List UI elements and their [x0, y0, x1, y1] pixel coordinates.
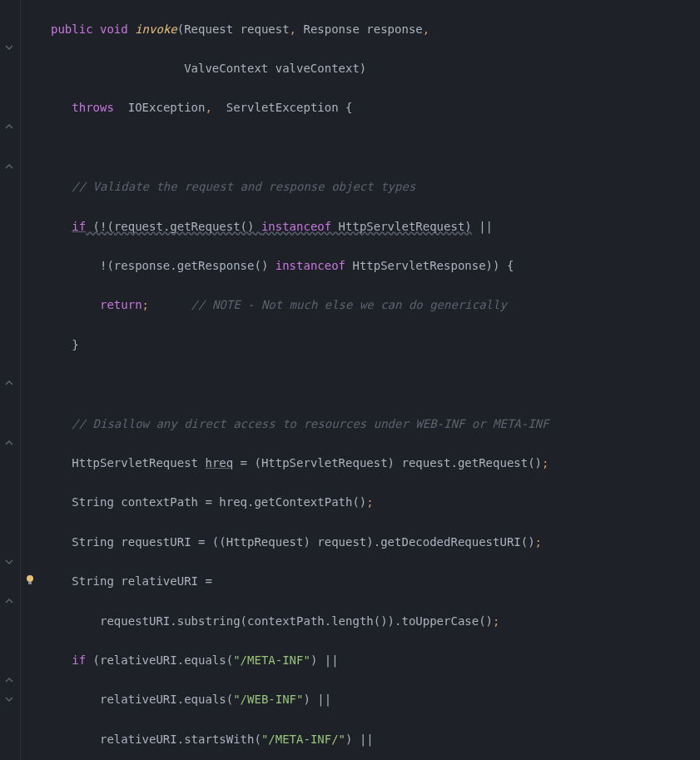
text: relativeURI.startsWith(	[100, 733, 261, 746]
keyword: public	[51, 22, 93, 36]
fold-icon[interactable]	[3, 437, 15, 449]
text: String contextPath = hreq.getContextPath…	[72, 495, 366, 509]
text: = (HttpServletRequest) request.getReques…	[233, 456, 542, 469]
string: "/META-INF"	[233, 653, 310, 667]
fold-icon[interactable]	[3, 161, 15, 172]
text: ServletException {	[212, 101, 353, 114]
text: String requestURI = ((HttpRequest) reque…	[72, 535, 534, 549]
text: ) ||	[303, 693, 331, 706]
text: ||	[472, 220, 493, 233]
space	[149, 298, 191, 311]
gutter	[0, 0, 21, 760]
keyword: void	[100, 22, 128, 36]
comma: ,	[290, 22, 296, 36]
comment: // Validate the request and response obj…	[72, 180, 415, 193]
comma: ,	[423, 22, 429, 36]
params: Response response	[296, 22, 423, 36]
params: ValveContext valveContext)	[184, 62, 366, 75]
fold-icon[interactable]	[3, 595, 15, 607]
semi: ;	[142, 298, 149, 311]
string: "/META-INF/"	[261, 733, 345, 746]
text: HttpServletRequest	[72, 456, 205, 469]
semi: ;	[542, 456, 549, 469]
fold-icon[interactable]	[3, 377, 15, 389]
text: !(response.getResponse()	[100, 259, 276, 272]
keyword: instanceof	[261, 220, 331, 233]
text: request.getRequest()	[114, 220, 261, 233]
keyword: if	[72, 653, 86, 667]
code-area[interactable]: public void invoke(Request request, Resp…	[21, 0, 700, 760]
keyword: instanceof	[276, 259, 345, 272]
fold-icon[interactable]	[3, 121, 15, 132]
fold-icon[interactable]	[3, 556, 15, 568]
brace: }	[72, 338, 78, 351]
var: hreq	[205, 456, 233, 469]
text: (!(	[86, 220, 114, 233]
text: IOException	[114, 101, 206, 114]
text: (relativeURI.equals(	[86, 653, 233, 667]
text: HttpServletResponse)) {	[345, 259, 514, 272]
text: requestURI.substring(contextPath.length(…	[100, 614, 493, 628]
code-editor: public void invoke(Request request, Resp…	[0, 0, 700, 760]
text: String relativeURI =	[72, 574, 212, 588]
comma: ,	[205, 101, 211, 114]
params: (Request request	[177, 22, 290, 36]
keyword: return	[100, 298, 142, 311]
keyword: throws	[72, 101, 114, 114]
text: HttpServletRequest)	[331, 220, 472, 233]
comment: // NOTE - Not much else we can do generi…	[191, 298, 507, 311]
semi: ;	[493, 614, 499, 628]
text: relativeURI.equals(	[100, 693, 233, 706]
semi: ;	[535, 535, 542, 549]
keyword: if	[72, 220, 86, 233]
method-name: invoke	[135, 22, 177, 36]
text: ) ||	[345, 733, 374, 746]
fold-icon[interactable]	[3, 693, 15, 705]
text: ) ||	[310, 653, 339, 667]
fold-icon[interactable]	[3, 674, 15, 686]
comment: // Disallow any direct access to resourc…	[72, 417, 549, 430]
fold-icon[interactable]	[3, 42, 15, 53]
string: "/WEB-INF"	[233, 693, 303, 706]
semi: ;	[366, 495, 373, 509]
